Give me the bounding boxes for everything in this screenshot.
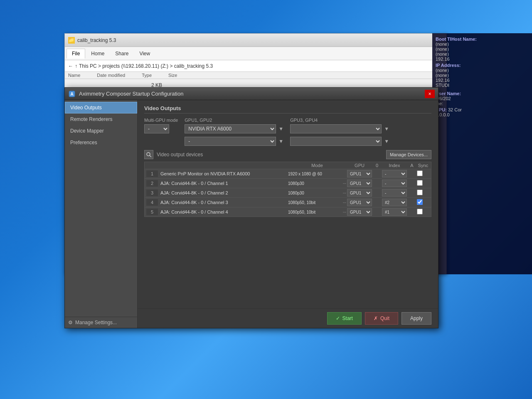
ribbon-tab-share[interactable]: Share (110, 49, 133, 58)
table-row: 4 AJA: Corvid44-8K - 0 / Channel 3 1080p… (144, 198, 431, 207)
row-gpu-select[interactable]: GPU1 (347, 170, 372, 177)
quit-x-icon: ✗ (374, 315, 378, 321)
file-explorer-ribbon: File Home Share View (65, 47, 446, 60)
row-sync-checkbox[interactable] (417, 199, 423, 205)
nav-up-icon[interactable]: ↑ (75, 63, 77, 69)
start-button[interactable]: ✓ Start (327, 312, 362, 325)
info-row-cpu: CPU: 32 Cor 0.0.0.0 (436, 107, 529, 117)
gpu12-group: GPU1, GPU2 NVIDIA RTX A6000 ▼ - ▼ (185, 118, 283, 146)
row-number: 4 (146, 199, 158, 206)
apply-button[interactable]: Apply (401, 312, 431, 325)
row-sync-checkbox[interactable] (417, 170, 423, 176)
gpu34-select-secondary[interactable] (290, 137, 382, 146)
sidebar-item-remote-renderers[interactable]: Remote Renderers (65, 113, 137, 125)
row-index-select[interactable]: - (382, 170, 407, 177)
ribbon-tab-view[interactable]: View (134, 49, 155, 58)
gpu12-secondary-controls: - ▼ (185, 137, 283, 146)
ribbon-tab-home[interactable]: Home (86, 49, 109, 58)
row-gpu-select[interactable]: GPU1 (347, 180, 372, 187)
col-header-sync: Sync (417, 163, 429, 168)
quit-label: Quit (380, 315, 389, 321)
row-gpu-select[interactable]: GPU1 (347, 208, 372, 216)
row-device-name: AJA: Corvid44-8K - 0 / Channel 2 (159, 190, 287, 196)
row-index-select[interactable]: - (382, 180, 407, 187)
gpu34-secondary-dropdown-icon: ▼ (384, 138, 389, 144)
sidebar-item-video-outputs[interactable]: Video Outputs (65, 102, 137, 113)
svg-text:A: A (70, 92, 73, 96)
row-number: 3 (146, 190, 158, 196)
dialog-title: Aximmetry Composer Startup Configuration (79, 91, 425, 97)
dialog-body: Video Outputs Remote Renderers Device Ma… (65, 100, 438, 328)
gpu34-select-primary[interactable] (290, 124, 382, 133)
table-header: Mode GPU 0 Index A Sync (144, 162, 431, 169)
gpu12-select-primary[interactable]: NVIDIA RTX A6000 (185, 124, 276, 133)
col-header-num (146, 163, 158, 168)
manage-settings-button[interactable]: ⚙ Manage Settings... (65, 317, 137, 328)
gpu-settings-row: Multi-GPU mode - GPU1, GPU2 NVIDIA RTX A… (144, 118, 431, 146)
row-sync-checkbox[interactable] (417, 209, 423, 214)
row-index-select[interactable]: #1 (382, 208, 407, 216)
boot-label: Boot TIHost Name: (436, 37, 477, 42)
mode-text: 1080p50, 10bit (288, 200, 342, 205)
row-sync-checkbox[interactable] (417, 190, 423, 195)
row-gpu-select[interactable]: GPU1 (347, 199, 372, 206)
manage-devices-button[interactable]: Manage Devices... (386, 150, 431, 159)
row-mode: 1080p50, 10bit ··· (288, 200, 346, 205)
mode-text: 1920 x 1080 @ 60 (288, 172, 346, 176)
row-gpu-select[interactable]: GPU1 (347, 189, 372, 197)
gpu12-dropdown-icon: ▼ (278, 126, 283, 132)
col-size: Size (168, 73, 177, 78)
row-sync (417, 199, 429, 206)
nav-back-icon[interactable]: ← (68, 63, 73, 69)
startup-config-dialog: A Aximmetry Composer Startup Configurati… (64, 87, 438, 328)
sidebar-item-device-mapper[interactable]: Device Mapper (65, 125, 137, 137)
dialog-footer: ✓ Start ✗ Quit Apply (138, 308, 438, 328)
row-mode: 1920 x 1080 @ 60 (288, 172, 346, 176)
ribbon-tab-file[interactable]: File (66, 49, 85, 59)
dialog-sidebar: Video Outputs Remote Renderers Device Ma… (65, 100, 138, 328)
info-row-user: User Name: 8/6/202 me: (436, 91, 529, 106)
sidebar-item-preferences[interactable]: Preferences (65, 137, 137, 148)
row-mode: 1080p30 ··· (288, 181, 346, 186)
info-row-ip: IP Address: (none) (none) 192.16 STUDI (436, 63, 529, 88)
gpu12-select-secondary[interactable]: - (185, 137, 276, 146)
multi-gpu-group: Multi-GPU mode - (144, 118, 178, 133)
vod-header: Video output devices Manage Devices... (144, 150, 431, 159)
table-row: 3 AJA: Corvid44-8K - 0 / Channel 2 1080p… (144, 188, 431, 198)
search-devices-button[interactable] (144, 150, 153, 159)
row-sync-checkbox[interactable] (417, 180, 423, 186)
video-outputs-section: Video Outputs Multi-GPU mode - GPU1, GPU… (138, 100, 438, 308)
dialog-close-button[interactable]: × (425, 90, 435, 98)
row-sync (417, 170, 429, 177)
mode-ellipsis: ··· (343, 210, 346, 214)
row-index-select[interactable]: - (382, 189, 407, 197)
file-explorer-titlebar: 📁 calib_tracking 5.3 (65, 34, 446, 47)
row-index-select[interactable]: #2 (382, 199, 407, 206)
row-gpu-select-wrapper: GPU1 (347, 180, 372, 187)
row-index-select-wrapper: #1 (382, 208, 407, 216)
dialog-title-icon: A (68, 90, 76, 98)
folder-icon: 📁 (68, 37, 75, 44)
quit-button[interactable]: ✗ Quit (365, 312, 398, 325)
multi-gpu-select[interactable]: - (144, 124, 169, 133)
col-header-mode: Mode (288, 163, 346, 168)
address-path: This PC > projects (\\192.168.20.11) (Z:… (79, 63, 213, 69)
row-gpu-select-wrapper: GPU1 (347, 199, 372, 206)
row-index-select-wrapper: #2 (382, 199, 407, 206)
section-title: Video Outputs (144, 105, 431, 113)
svg-point-2 (147, 153, 150, 156)
row-index-select-wrapper: - (382, 180, 407, 187)
col-name: Name (68, 73, 80, 78)
row-device-name: AJA: Corvid44-8K - 0 / Channel 1 (159, 180, 287, 186)
mode-text: 1080p30 (288, 191, 342, 195)
multi-gpu-controls: - (144, 124, 178, 133)
address-bar[interactable]: ← ↑ This PC > projects (\\192.168.20.11)… (65, 60, 446, 72)
col-header-gpu: GPU (347, 163, 372, 168)
mode-text: 1080p30 (288, 181, 342, 186)
gpu34-group: GPU3, GPU4 ▼ ▼ (290, 118, 389, 146)
row-number: 5 (146, 209, 158, 215)
mode-text: 1080p50, 10bit (288, 210, 342, 214)
info-panel: Boot TIHost Name: (none) (none) (none) 1… (432, 33, 532, 274)
file-explorer-title: calib_tracking 5.3 (77, 37, 116, 43)
col-header-device (159, 163, 287, 168)
